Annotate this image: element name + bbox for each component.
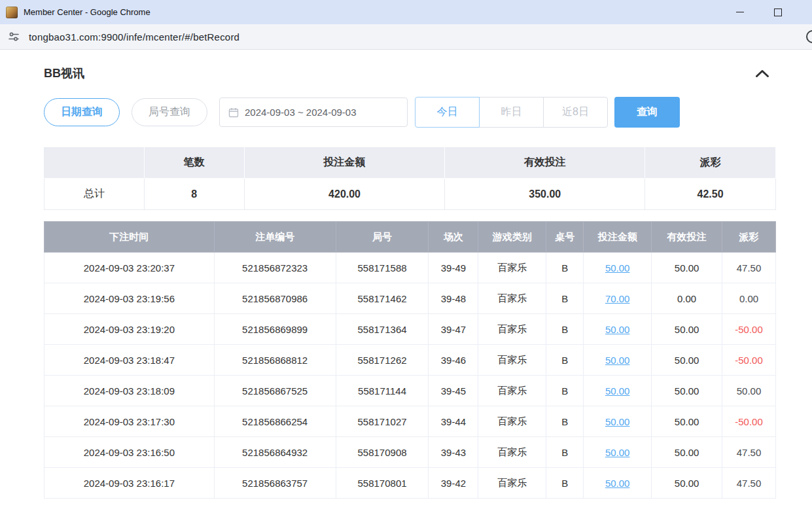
game-type-cell: 百家乐 [478, 314, 546, 345]
bet-record-page: BB视讯 日期查询 局号查询 2024-09-03 ~ 2024-09-03 今… [0, 50, 812, 499]
summary-header-payout: 派彩 [645, 147, 776, 179]
summary-total-valid-bet: 350.00 [445, 179, 645, 210]
bet-time-cell: 2024-09-03 23:16:17 [44, 468, 215, 499]
window-controls [736, 0, 812, 24]
session-cell: 39-49 [429, 253, 478, 283]
session-cell: 39-48 [429, 283, 478, 314]
session-cell: 39-42 [429, 468, 478, 499]
bet-id-cell: 521856868812 [214, 345, 336, 376]
last-8-days-button[interactable]: 近8日 [543, 97, 608, 128]
bet-time-cell: 2024-09-03 23:19:56 [44, 283, 215, 314]
bet-time-cell: 2024-09-03 23:20:37 [44, 253, 215, 283]
payout-cell: 50.00 [722, 376, 776, 406]
bet-id-cell: 521856872323 [214, 253, 336, 283]
valid-bet-cell: 50.00 [652, 253, 722, 283]
table-row: 2024-09-03 23:19:56 521856870986 5581714… [44, 283, 776, 314]
filter-row: 日期查询 局号查询 2024-09-03 ~ 2024-09-03 今日 昨日 … [44, 97, 776, 128]
date-range-input[interactable]: 2024-09-03 ~ 2024-09-03 [219, 97, 408, 127]
summary-header-valid-bet: 有效投注 [445, 147, 645, 179]
valid-bet-cell: 50.00 [652, 376, 722, 406]
summary-header-row: 笔数 投注金额 有效投注 派彩 [44, 147, 776, 179]
window-title: Member Center - Google Chrome [24, 7, 150, 17]
game-type-cell: 百家乐 [478, 253, 546, 283]
table-row: 2024-09-03 23:17:30 521856866254 5581710… [44, 406, 776, 437]
date-range-value: 2024-09-03 ~ 2024-09-03 [245, 107, 357, 118]
col-header-game-type: 游戏类别 [478, 222, 546, 253]
profile-icon[interactable] [806, 30, 812, 43]
session-cell: 39-43 [429, 437, 478, 468]
valid-bet-cell: 50.00 [652, 406, 722, 437]
site-settings-icon[interactable] [7, 30, 20, 43]
bet-time-cell: 2024-09-03 23:18:47 [44, 345, 215, 376]
summary-table: 笔数 投注金额 有效投注 派彩 总计 8 420.00 350.00 42.50 [44, 147, 776, 210]
window-titlebar: Member Center - Google Chrome [0, 0, 812, 24]
table-no-cell: B [546, 314, 584, 345]
collapse-chevron-up-icon[interactable] [755, 69, 769, 78]
table-no-cell: B [546, 376, 584, 406]
maximize-button[interactable] [774, 9, 782, 16]
round-query-tab[interactable]: 局号查询 [132, 98, 207, 126]
bet-amount-link[interactable]: 50.00 [584, 437, 652, 468]
minimize-button[interactable] [736, 12, 744, 12]
col-header-round-no: 局号 [336, 222, 429, 253]
game-type-cell: 百家乐 [478, 283, 546, 314]
calendar-icon [228, 107, 239, 118]
game-type-cell: 百家乐 [478, 406, 546, 437]
game-type-cell: 百家乐 [478, 468, 546, 499]
payout-cell: 0.00 [722, 283, 776, 314]
session-cell: 39-46 [429, 345, 478, 376]
col-header-valid-bet: 有效投注 [652, 222, 722, 253]
round-no-cell: 558170801 [336, 468, 429, 499]
bet-amount-link[interactable]: 50.00 [584, 314, 652, 345]
summary-total-bet-amount: 420.00 [244, 179, 445, 210]
bet-amount-link[interactable]: 50.00 [584, 406, 652, 437]
table-row: 2024-09-03 23:20:37 521856872323 5581715… [44, 253, 776, 283]
game-type-cell: 百家乐 [478, 437, 546, 468]
table-row: 2024-09-03 23:18:09 521856867525 5581711… [44, 376, 776, 406]
valid-bet-cell: 50.00 [652, 468, 722, 499]
col-header-bet-time: 下注时间 [44, 222, 215, 253]
quick-date-group: 今日 昨日 近8日 [415, 97, 608, 128]
bet-amount-link[interactable]: 50.00 [584, 345, 652, 376]
payout-cell: 47.50 [722, 468, 776, 499]
round-no-cell: 558170908 [336, 437, 429, 468]
round-no-cell: 558171588 [336, 253, 429, 283]
bet-id-cell: 521856867525 [214, 376, 336, 406]
payout-cell: 47.50 [722, 437, 776, 468]
yesterday-button[interactable]: 昨日 [479, 97, 544, 128]
session-cell: 39-47 [429, 314, 478, 345]
round-no-cell: 558171462 [336, 283, 429, 314]
url-text[interactable]: tongbao31.com:9900/infe/mcenter/#/betRec… [29, 31, 239, 43]
table-no-cell: B [546, 283, 584, 314]
table-row: 2024-09-03 23:19:20 521856869899 5581713… [44, 314, 776, 345]
page-title: BB视讯 [44, 65, 84, 81]
col-header-session: 场次 [429, 222, 478, 253]
valid-bet-cell: 50.00 [652, 345, 722, 376]
bet-time-cell: 2024-09-03 23:19:20 [44, 314, 215, 345]
bet-amount-link[interactable]: 50.00 [584, 468, 652, 499]
table-no-cell: B [546, 345, 584, 376]
round-no-cell: 558171144 [336, 376, 429, 406]
game-type-cell: 百家乐 [478, 345, 546, 376]
col-header-payout: 派彩 [722, 222, 776, 253]
col-header-table-no: 桌号 [546, 222, 584, 253]
bet-amount-link[interactable]: 50.00 [584, 253, 652, 283]
search-button[interactable]: 查询 [614, 97, 680, 128]
bet-time-cell: 2024-09-03 23:18:09 [44, 376, 215, 406]
date-query-tab[interactable]: 日期查询 [44, 98, 120, 126]
valid-bet-cell: 50.00 [652, 437, 722, 468]
table-no-cell: B [546, 437, 584, 468]
bet-amount-link[interactable]: 50.00 [584, 376, 652, 406]
bet-amount-link[interactable]: 70.00 [584, 283, 652, 314]
today-button[interactable]: 今日 [415, 97, 480, 128]
bet-time-cell: 2024-09-03 23:17:30 [44, 406, 215, 437]
valid-bet-cell: 0.00 [652, 283, 722, 314]
col-header-bet-id: 注单编号 [214, 222, 336, 253]
summary-header-count: 笔数 [144, 147, 244, 179]
bet-id-cell: 521856863757 [214, 468, 336, 499]
table-row: 2024-09-03 23:16:17 521856863757 5581708… [44, 468, 776, 499]
bet-id-cell: 521856869899 [214, 314, 336, 345]
payout-cell: -50.00 [722, 314, 776, 345]
summary-corner-cell [44, 147, 145, 179]
round-no-cell: 558171027 [336, 406, 429, 437]
